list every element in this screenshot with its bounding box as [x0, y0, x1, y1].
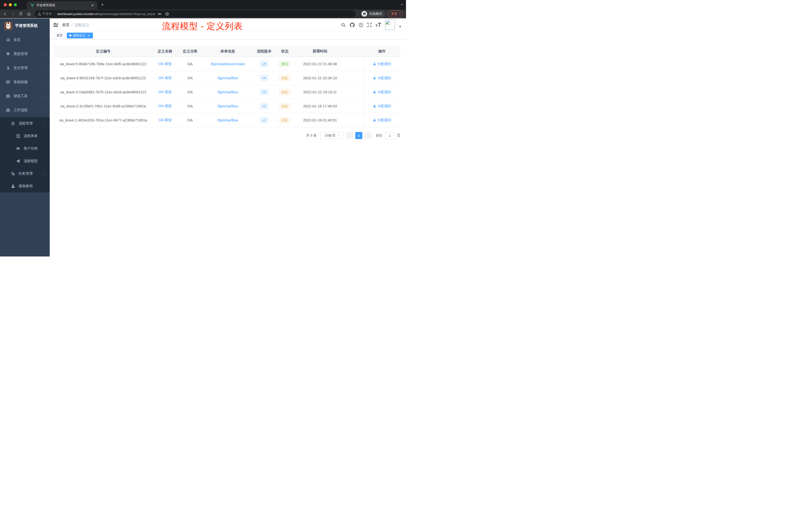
incognito-label: 无痕模式: [369, 11, 382, 16]
url-host: dashboard.yudao.iocoder.cn: [57, 12, 98, 16]
url-text[interactable]: dashboard.yudao.iocoder.cn/bpm/manager/d…: [57, 12, 155, 16]
definition-name-link[interactable]: OA 请假: [158, 90, 172, 94]
chevron-down-icon: ⌄: [42, 67, 44, 69]
goto-group: 前往 页: [376, 132, 401, 139]
sidebar-item-任务管理[interactable]: 任务管理⌄: [0, 168, 50, 180]
fontsize-icon[interactable]: [376, 23, 381, 27]
caret-down-icon[interactable]: ▼: [399, 25, 402, 28]
definition-id: oa_leave:2:3c1f0ef1-76b1-11ec-9c66-a2380…: [60, 104, 146, 108]
sidebar-item-基础设施[interactable]: 基础设施⌄: [0, 75, 50, 89]
form-link[interactable]: /bpm/oa/flow: [218, 90, 238, 94]
new-tab-button[interactable]: +: [99, 1, 106, 8]
user-icon: [373, 90, 376, 94]
column-header-表单信息: 表单信息: [203, 49, 253, 54]
sidebar-item-支付管理[interactable]: 支付管理⌄: [0, 61, 50, 75]
sidebar-item-研发工具[interactable]: 研发工具⌄: [0, 89, 50, 103]
breadcrumb-home[interactable]: 首页: [62, 23, 69, 27]
assign-rule-link[interactable]: 分配规则: [373, 118, 391, 122]
page-size-select[interactable]: 10条/页 ▾: [320, 132, 344, 139]
form-link[interactable]: /bpm/oa/flow: [218, 76, 238, 80]
column-header-状态: 状态: [276, 49, 294, 54]
definition-name-link[interactable]: OA 请假: [158, 61, 172, 66]
users-icon: [16, 147, 20, 151]
sidebar-item-用户分组[interactable]: 用户分组: [0, 142, 50, 155]
cell-form-info: /bpm/oa/flow: [203, 76, 253, 80]
cell-status: 挂起: [276, 89, 294, 95]
assign-rule-link[interactable]: 分配规则: [373, 62, 391, 66]
sidebar-item-流程表单[interactable]: 流程表单: [0, 130, 50, 142]
github-icon[interactable]: [349, 22, 355, 28]
tab-search-chevron-icon[interactable]: ▾: [401, 3, 403, 6]
sidebar-item-流程模型[interactable]: 流程模型: [0, 155, 50, 168]
deploy-time: 2022-01-22 20:34:10: [303, 76, 337, 80]
sidebar-item-流程管理[interactable]: 流程管理⌃: [0, 117, 50, 130]
star-icon[interactable]: [165, 12, 169, 16]
search-icon[interactable]: [341, 23, 346, 27]
security-label[interactable]: 不安全: [42, 12, 52, 16]
definition-name-link[interactable]: OA 请假: [158, 118, 172, 122]
assign-rule-link[interactable]: 分配规则: [373, 76, 391, 80]
form-link[interactable]: /bpm/oa/leave/create: [211, 62, 244, 66]
prev-page-button[interactable]: ‹: [346, 132, 353, 139]
cell-form-info: /bpm/oa/flow: [203, 90, 253, 94]
sidebar-item-label: 工作流程: [13, 108, 28, 113]
sidebar-item-请假查询[interactable]: 请假查询: [0, 180, 50, 192]
deploy-time: 2022-01-22 21:48:38: [303, 62, 337, 66]
page-number-1[interactable]: 1: [355, 132, 362, 139]
cell-actions: 分配规则: [363, 90, 401, 94]
org-icon: [11, 172, 15, 176]
fullscreen-icon[interactable]: [367, 23, 372, 27]
cell-deploy-time: 2022-01-22 19:19:11: [294, 90, 346, 94]
update-button[interactable]: 更新: [388, 10, 403, 17]
assign-rule-link[interactable]: 分配规则: [373, 104, 391, 109]
active-dot-icon: [69, 34, 71, 36]
user-avatar[interactable]: [385, 20, 395, 30]
sidebar-logo[interactable]: 芋道管理系统: [0, 19, 50, 33]
tag-close-icon[interactable]: ✕: [87, 34, 90, 37]
form-link[interactable]: /bpm/oa/flow: [218, 104, 238, 108]
goto-page-input[interactable]: [385, 132, 395, 139]
assign-rule-label: 分配规则: [377, 118, 391, 122]
browser-tab[interactable]: 芋道管理系统 ✕: [27, 1, 97, 9]
sidebar-item-系统管理[interactable]: 系统管理⌄: [0, 47, 50, 61]
chevron-down-icon: ⌄: [42, 81, 44, 84]
tab-close-icon[interactable]: ✕: [90, 3, 95, 7]
address-bar[interactable]: 不安全 dashboard.yudao.iocoder.cn/bpm/manag…: [35, 10, 355, 17]
sidebar-item-工作流程[interactable]: 工作流程⌃: [0, 103, 50, 117]
tag-label: 首页: [57, 33, 63, 38]
url-path: /bpm/manager/definition?key=oa_leave: [98, 12, 155, 16]
cell-definition-name: OA 请假: [152, 90, 177, 94]
chevron-down-icon: ⌄: [42, 173, 44, 175]
table-row: oa_leave:3:1fad3d93-7b75-11ec-a3c8-acde4…: [54, 85, 401, 99]
cell-status: 挂起: [276, 103, 294, 109]
zoom-window-button[interactable]: [14, 3, 17, 6]
table-row: oa_leave:5:004b710b-7b8a-11ec-8ef0-acde4…: [54, 57, 401, 71]
definition-name-link[interactable]: OA 请假: [158, 76, 172, 80]
definition-name-link[interactable]: OA 请假: [158, 104, 172, 109]
yen-icon: [6, 66, 10, 70]
cell-actions: 分配规则: [363, 118, 401, 122]
kebab-icon[interactable]: [400, 12, 401, 16]
key-icon[interactable]: [158, 12, 162, 16]
reload-icon[interactable]: [18, 10, 24, 17]
form-link[interactable]: /bpm/oa/flow: [218, 118, 238, 122]
collapse-sidebar-icon[interactable]: [50, 23, 62, 27]
cell-version: v2: [253, 103, 276, 109]
logo-avatar: [4, 22, 12, 30]
status-badge: 挂起: [279, 89, 290, 95]
back-icon[interactable]: [1, 10, 8, 17]
close-window-button[interactable]: [4, 3, 7, 6]
minimize-window-button[interactable]: [9, 3, 12, 6]
sidebar-item-首页[interactable]: 首页: [0, 33, 50, 47]
next-page-button[interactable]: ›: [365, 132, 372, 139]
cell-actions: 分配规则: [363, 104, 401, 109]
tag-首页[interactable]: 首页: [54, 33, 65, 38]
tag-流程定义[interactable]: 流程定义✕: [67, 33, 93, 38]
cell-definition-id: oa_leave:3:1fad3d93-7b75-11ec-a3c8-acde4…: [54, 90, 152, 94]
sidebar-item-label: 支付管理: [13, 66, 28, 70]
question-icon[interactable]: [358, 23, 363, 27]
sidebar: 芋道管理系统 首页系统管理⌄支付管理⌄基础设施⌄研发工具⌄工作流程⌃流程管理⌃流…: [0, 19, 50, 256]
home-icon[interactable]: [26, 10, 32, 17]
forward-icon[interactable]: [9, 10, 16, 17]
assign-rule-link[interactable]: 分配规则: [373, 90, 391, 94]
